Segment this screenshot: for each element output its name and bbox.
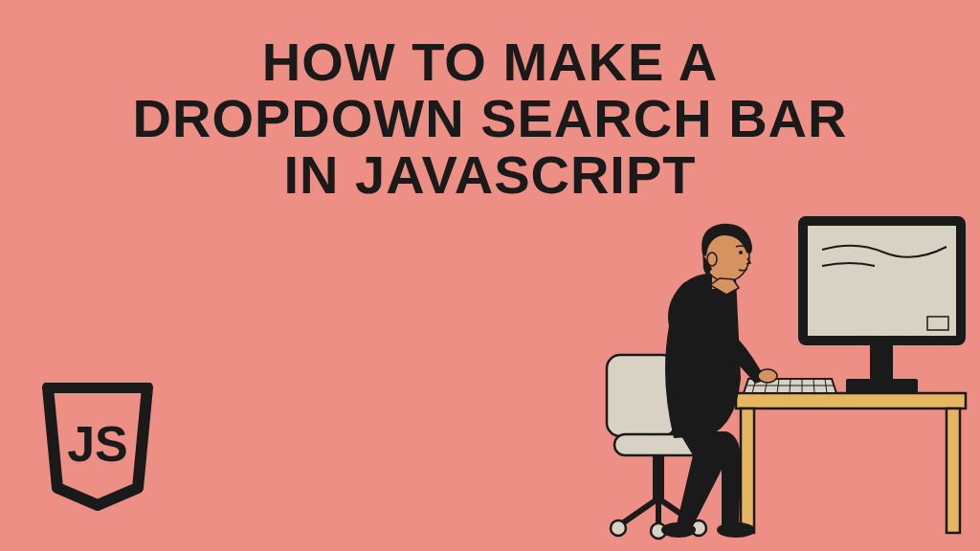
svg-rect-2	[741, 408, 754, 533]
javascript-logo-icon: JS	[40, 383, 155, 507]
monitor-icon	[803, 221, 961, 394]
person-icon	[661, 224, 777, 538]
svg-rect-4	[803, 221, 961, 341]
svg-point-32	[739, 251, 743, 254]
svg-rect-7	[870, 341, 893, 384]
page-title: HOW TO MAKE A DROPDOWN SEARCH BAR IN JAV…	[117, 34, 863, 203]
svg-line-20	[621, 498, 658, 524]
svg-point-28	[661, 522, 696, 538]
svg-point-23	[611, 520, 626, 536]
svg-text:JS: JS	[67, 416, 128, 472]
svg-point-26	[758, 369, 777, 383]
svg-rect-8	[846, 379, 918, 394]
svg-rect-3	[947, 408, 960, 533]
desk-icon	[736, 393, 966, 533]
svg-point-31	[707, 253, 717, 266]
person-at-computer-illustration	[568, 187, 970, 541]
svg-rect-1	[736, 393, 966, 408]
svg-point-27	[717, 522, 755, 538]
svg-rect-19	[653, 455, 664, 498]
